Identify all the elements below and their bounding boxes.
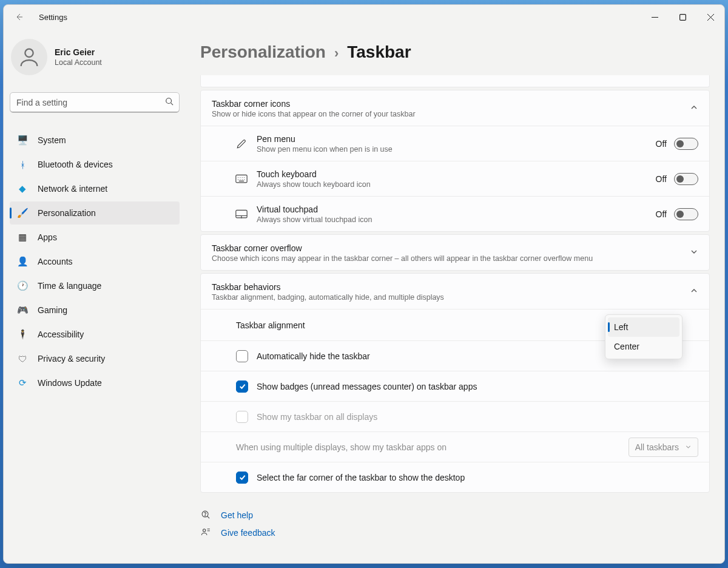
- checkbox-all-displays: [236, 411, 248, 423]
- chevron-down-icon: [685, 442, 692, 452]
- row-badges[interactable]: Show badges (unread messages counter) on…: [201, 371, 709, 401]
- toggle-virtual-touchpad[interactable]: [674, 208, 698, 220]
- check-label: Show badges (unread messages counter) on…: [257, 382, 698, 391]
- alignment-dropdown[interactable]: Left Center: [605, 314, 682, 359]
- toggle-pen-menu[interactable]: [674, 138, 698, 150]
- nav-item-accessibility[interactable]: 🕴Accessibility: [10, 323, 180, 346]
- nav-item-system[interactable]: 🖥️System: [10, 129, 180, 152]
- panel-title: Taskbar corner icons: [212, 99, 690, 109]
- row-far-corner[interactable]: Select the far corner of the taskbar to …: [201, 462, 709, 492]
- gamepad-icon: 🎮: [17, 305, 28, 316]
- alignment-option-left[interactable]: Left: [608, 317, 679, 337]
- panel-header-overflow[interactable]: Taskbar corner overflow Choose which ico…: [201, 235, 709, 270]
- panel-title: Taskbar behaviors: [212, 282, 690, 292]
- svg-point-7: [203, 529, 205, 532]
- chevron-down-icon: [690, 248, 698, 259]
- row-all-displays: Show my taskbar on all displays: [201, 401, 709, 431]
- nav-label: Network & internet: [38, 184, 107, 194]
- footer-links: Get help Give feedback: [200, 510, 710, 550]
- nav-label: Accessibility: [38, 330, 84, 339]
- row-subtitle: Always show virtual touchpad icon: [257, 215, 647, 224]
- panel-subtitle: Show or hide icons that appear on the co…: [212, 110, 690, 118]
- toggle-touch-keyboard[interactable]: [674, 173, 698, 185]
- panel-overflow: Taskbar corner overflow Choose which ico…: [200, 234, 710, 271]
- nav-label: Apps: [38, 232, 57, 242]
- row-taskbar-alignment: Taskbar alignment Left Center: [201, 309, 709, 340]
- accessibility-icon: 🕴: [17, 329, 28, 340]
- chevron-right-icon: ›: [334, 46, 339, 61]
- nav-item-bluetooth[interactable]: ᚼBluetooth & devices: [10, 153, 180, 176]
- titlebar: Settings: [4, 5, 724, 29]
- minimize-button[interactable]: [641, 5, 669, 29]
- nav-label: Windows Update: [38, 378, 102, 388]
- account-name: Eric Geier: [55, 47, 102, 57]
- arrow-left-icon: [14, 12, 24, 22]
- window-controls: [641, 5, 724, 29]
- nav-item-update[interactable]: ⟳Windows Update: [10, 371, 180, 394]
- toggle-state: Off: [656, 174, 667, 184]
- bluetooth-icon: ᚼ: [17, 159, 28, 170]
- minimize-icon: [652, 14, 658, 21]
- check-label: Select the far corner of the taskbar to …: [257, 473, 698, 482]
- checkbox-autohide[interactable]: [236, 350, 248, 362]
- nav-label: Time & language: [38, 281, 101, 291]
- get-help-text[interactable]: Get help: [221, 510, 253, 520]
- breadcrumb-parent[interactable]: Personalization: [200, 42, 326, 62]
- checkbox-badges[interactable]: [236, 380, 248, 393]
- give-feedback-link[interactable]: Give feedback: [200, 527, 710, 538]
- panel-behaviors: Taskbar behaviors Taskbar alignment, bad…: [200, 273, 710, 493]
- nav-item-apps[interactable]: ▦Apps: [10, 226, 180, 249]
- panel-above-cutoff: [200, 75, 710, 87]
- account-block[interactable]: Eric Geier Local Account: [10, 35, 180, 85]
- check-icon: [238, 382, 246, 390]
- monitor-icon: 🖥️: [17, 135, 28, 146]
- panel-subtitle: Choose which icons may appear in the tas…: [212, 254, 690, 263]
- close-button[interactable]: [696, 5, 724, 29]
- panel-header-behaviors[interactable]: Taskbar behaviors Taskbar alignment, bad…: [201, 274, 709, 309]
- panel-title: Taskbar corner overflow: [212, 243, 690, 253]
- nav-item-time[interactable]: 🕐Time & language: [10, 274, 180, 297]
- check-icon: [238, 473, 246, 481]
- row-multimon: When using multiple displays, show my ta…: [201, 431, 709, 462]
- panel-header-corner-icons[interactable]: Taskbar corner icons Show or hide icons …: [201, 90, 709, 126]
- nav-label: Personalization: [38, 208, 96, 218]
- svg-point-6: [204, 515, 205, 516]
- row-title: Touch keyboard: [257, 169, 647, 179]
- panel-corner-icons: Taskbar corner icons Show or hide icons …: [200, 90, 710, 232]
- body-area: Eric Geier Local Account 🖥️System ᚼBluet…: [4, 29, 724, 563]
- svg-point-1: [25, 49, 33, 57]
- maximize-button[interactable]: [669, 5, 696, 29]
- checkbox-far-corner[interactable]: [236, 472, 248, 484]
- back-button[interactable]: [10, 8, 28, 26]
- keyboard-icon: [235, 172, 248, 186]
- row-pen-menu: Pen menu Show pen menu icon when pen is …: [201, 126, 709, 161]
- shield-icon: 🛡: [17, 353, 28, 364]
- row-title: Virtual touchpad: [257, 205, 647, 214]
- avatar: [11, 39, 47, 75]
- svg-rect-0: [679, 14, 686, 20]
- nav-item-gaming[interactable]: 🎮Gaming: [10, 299, 180, 322]
- check-label: Show my taskbar on all displays: [257, 412, 698, 422]
- toggle-state: Off: [656, 209, 667, 219]
- get-help-link[interactable]: Get help: [200, 510, 710, 520]
- nav-item-personalization[interactable]: 🖌️Personalization: [10, 201, 180, 225]
- nav-label: Bluetooth & devices: [38, 160, 113, 169]
- search-input[interactable]: [10, 92, 180, 113]
- settings-window: Settings Eric Geier Local Account: [3, 4, 725, 564]
- row-subtitle: Show pen menu icon when pen is in use: [257, 145, 647, 154]
- nav-item-accounts[interactable]: 👤Accounts: [10, 250, 180, 273]
- give-feedback-text[interactable]: Give feedback: [221, 528, 275, 538]
- nav-label: Accounts: [38, 257, 73, 266]
- breadcrumb: Personalization › Taskbar: [200, 42, 710, 62]
- row-subtitle: Always show touch keyboard icon: [257, 180, 647, 189]
- search-icon: [165, 97, 174, 108]
- breadcrumb-current: Taskbar: [347, 42, 411, 62]
- alignment-option-center[interactable]: Center: [608, 337, 679, 356]
- nav-item-privacy[interactable]: 🛡Privacy & security: [10, 347, 180, 370]
- nav: 🖥️System ᚼBluetooth & devices ◆Network &…: [10, 129, 180, 394]
- row-touch-keyboard: Touch keyboard Always show touch keyboar…: [201, 161, 709, 196]
- search-box: [10, 92, 180, 113]
- feedback-icon: [200, 527, 211, 538]
- nav-label: Gaming: [38, 305, 67, 315]
- nav-item-network[interactable]: ◆Network & internet: [10, 177, 180, 200]
